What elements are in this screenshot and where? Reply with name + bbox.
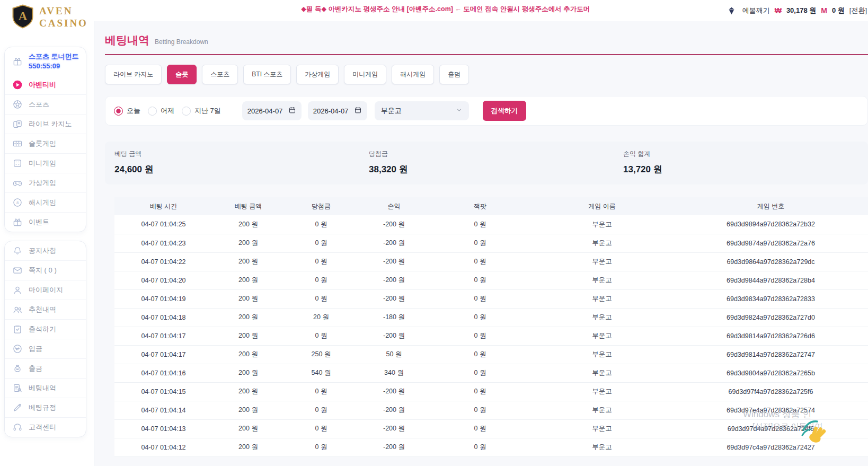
table-cell: 200 원 [212, 345, 284, 364]
tab-mini-game[interactable]: 미니게임 [344, 65, 386, 84]
sidebar-item-label: 출석하기 [29, 324, 56, 334]
table-cell: -180 원 [358, 308, 430, 327]
table-cell: 0 원 [284, 419, 358, 438]
sidebar-item-mini-game[interactable]: 미니게임 [5, 153, 86, 173]
table-cell: -200 원 [358, 327, 430, 345]
table-cell: 부운고 [530, 234, 674, 252]
table-cell: 04-07 01:04:12 [114, 438, 212, 456]
table-cell: 250 원 [284, 345, 358, 364]
table-row: 04-07 01:04:23200 원0 원-200 원0 원부운고69d3d9… [114, 234, 868, 252]
waving-hand-sticker [801, 414, 829, 447]
table-cell: 부운고 [530, 419, 674, 438]
table-row: 04-07 01:04:20200 원0 원-200 원0 원부운고69d3d9… [114, 271, 868, 289]
summary-label: 손익 합계 [623, 150, 868, 159]
column-header: 베팅 금액 [212, 197, 284, 215]
radio-yesterday[interactable]: 어제 [148, 106, 174, 116]
table-cell: 0 원 [430, 234, 530, 252]
summary-value: 13,720 원 [623, 163, 868, 175]
sidebar-item-sports[interactable]: 스포츠 [5, 94, 86, 114]
table-cell: 0 원 [430, 382, 530, 401]
summary-value: 24,600 원 [114, 163, 359, 175]
won-balance: 30,178 원 [786, 6, 816, 15]
brand-name: AVEN CASINO [39, 5, 88, 30]
table-cell: 69d3d9814a97d28362a726d6 [674, 327, 868, 345]
table-row: 04-07 01:04:18200 원20 원-180 원0 원부운고69d3d… [114, 308, 868, 327]
table-cell: -200 원 [358, 382, 430, 401]
m-symbol: M [821, 6, 827, 15]
radio-last-7-days[interactable]: 지난 7일 [182, 106, 221, 116]
table-cell: 04-07 01:04:22 [114, 252, 212, 271]
sidebar-item-mypage[interactable]: 마이페이지 [5, 280, 86, 300]
sidebar-item-attendance[interactable]: 출석하기 [5, 319, 86, 339]
chevron-down-icon [456, 107, 463, 115]
sidebar-item-live-casino[interactable]: 라이브 카지노 [5, 114, 86, 134]
table-cell: 부운고 [530, 289, 674, 308]
sidebar-item-sports-tournament[interactable]: 스포츠 토너먼트 550:55:09 [5, 47, 86, 75]
tournament-timer: 550:55:09 [29, 61, 79, 71]
radio-label: 어제 [161, 106, 174, 116]
brand-logo[interactable]: A AVEN CASINO [12, 4, 88, 31]
sidebar: 스포츠 토너먼트 550:55:09 아벤티비스포츠라이브 카지노슬롯게임미니게… [0, 21, 94, 466]
table-cell: 0 원 [430, 271, 530, 289]
sidebar-item-label: 쪽지 ( 0 ) [29, 266, 57, 275]
gift-icon [12, 56, 23, 67]
pencil-icon [12, 402, 23, 414]
table-cell: 200 원 [212, 438, 284, 456]
table-row: 04-07 01:04:15200 원0 원-200 원0 원부운고69d3d9… [114, 382, 868, 401]
sidebar-item-label: 이벤트 [29, 217, 49, 227]
search-button[interactable]: 검색하기 [483, 101, 526, 121]
table-cell: 20 원 [284, 308, 358, 327]
date-from-input[interactable]: 2026-04-07 [242, 101, 302, 120]
table-cell: 69d3d9834a97d28362a72833 [674, 289, 868, 308]
tab-holdem[interactable]: 홀덤 [439, 65, 469, 84]
column-header: 게임 이름 [530, 197, 674, 215]
date-to-input[interactable]: 2026-04-07 [308, 101, 367, 120]
table-cell: 부운고 [530, 327, 674, 345]
date-to-value: 2026-04-07 [313, 107, 349, 115]
sidebar-item-betting-rules[interactable]: 베팅규정 [5, 398, 86, 417]
wallet-provider-label: 에볼깨기 [742, 6, 770, 15]
sidebar-item-referral[interactable]: 추천내역 [5, 300, 86, 319]
convert-button[interactable]: [전환] [849, 6, 867, 15]
sidebar-item-hash-game[interactable]: 8해시게임 [5, 192, 86, 212]
soccer-icon [12, 99, 23, 110]
clipboard-icon [12, 323, 23, 335]
sidebar-item-deposit[interactable]: 입금 [5, 339, 86, 358]
tab-hash-game[interactable]: 해시게임 [392, 65, 434, 84]
table-cell: -200 원 [358, 215, 430, 234]
sidebar-item-label: 슬롯게임 [29, 139, 56, 148]
summary-card: 베팅 금액 24,600 원 당첨금 38,320 원 손익 합계 13,720… [105, 142, 868, 184]
tab-sports[interactable]: 스포츠 [202, 65, 238, 84]
sidebar-item-slot-game[interactable]: 슬롯게임 [5, 134, 86, 153]
table-cell: 0 원 [430, 364, 530, 382]
date-from-value: 2026-04-07 [247, 107, 283, 115]
table-cell: 200 원 [212, 215, 284, 234]
tab-virtual-game[interactable]: 가상게임 [296, 65, 339, 84]
table-cell: 04-07 01:04:14 [114, 401, 212, 419]
sidebar-item-virtual-game[interactable]: 가상게임 [5, 173, 86, 192]
sidebar-item-aventv[interactable]: 아벤티비 [5, 75, 86, 94]
main-content: 베팅내역 Betting Breakdown 라이브 카지노슬롯스포츠BTI 스… [94, 21, 868, 466]
radio-label: 오늘 [127, 106, 140, 116]
tab-bti-sports[interactable]: BTI 스포츠 [243, 65, 291, 84]
sidebar-item-notice[interactable]: 공지사항 [5, 241, 86, 260]
table-cell: 69d3d9804a97d28362a7265b [674, 364, 868, 382]
table-cell: 04-07 01:04:15 [114, 382, 212, 401]
sidebar-item-message[interactable]: 쪽지 ( 0 ) [5, 260, 86, 280]
radio-today[interactable]: 오늘 [114, 106, 140, 116]
table-cell: 0 원 [430, 345, 530, 364]
tab-slot[interactable]: 슬롯 [167, 65, 197, 84]
table-cell: 부운고 [530, 401, 674, 419]
table-cell: -200 원 [358, 271, 430, 289]
tab-live-casino[interactable]: 라이브 카지노 [105, 65, 162, 84]
sidebar-item-event[interactable]: 이벤트 [5, 212, 86, 232]
sidebar-item-betting-history[interactable]: 베팅내역 [5, 378, 86, 398]
sidebar-item-support[interactable]: 고객센터 [5, 417, 86, 437]
sidebar-item-withdraw[interactable]: 출금 [5, 358, 86, 378]
title-divider [105, 54, 868, 55]
bag-icon [12, 363, 23, 374]
shield-logo-icon: A [12, 4, 34, 31]
page-header: 베팅내역 Betting Breakdown [105, 33, 868, 48]
table-cell: 0 원 [284, 252, 358, 271]
game-select[interactable]: 부운고 [375, 101, 469, 120]
